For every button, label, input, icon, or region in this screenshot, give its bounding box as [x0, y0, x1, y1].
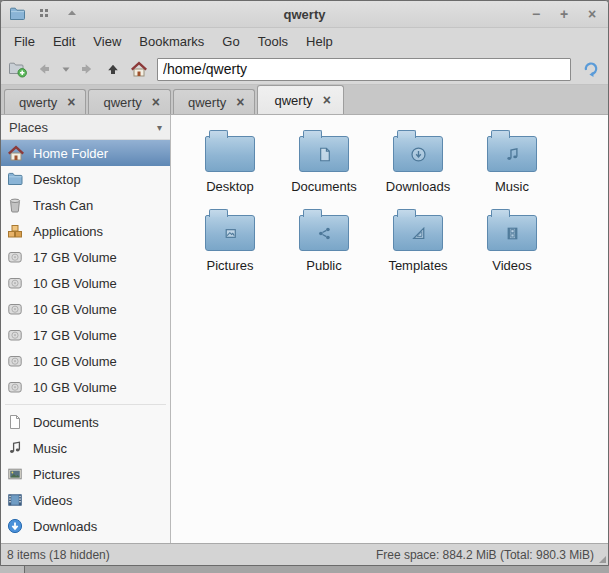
- sidebar-item-label: Pictures: [33, 467, 80, 482]
- music-emblem-icon: [488, 137, 536, 171]
- folder-icon: [205, 136, 255, 172]
- menu-view[interactable]: View: [84, 30, 130, 53]
- forward-button[interactable]: [75, 57, 99, 81]
- maximize-button[interactable]: +: [556, 6, 572, 22]
- file-label: Documents: [291, 179, 357, 194]
- tab-close-icon[interactable]: ×: [323, 94, 331, 106]
- sidebar-item-17-gb-volume[interactable]: 17 GB Volume: [1, 322, 170, 348]
- toolbar: [1, 54, 608, 85]
- home-icon: [7, 145, 25, 162]
- folder-icon: [7, 171, 25, 188]
- sidebar-item-trash-can[interactable]: Trash Can: [1, 192, 170, 218]
- tab-label: qwerty: [188, 95, 226, 110]
- applications-icon: [7, 223, 25, 240]
- taskbar-edge: [0, 566, 609, 573]
- minimize-button[interactable]: −: [528, 6, 544, 22]
- drive-icon: [7, 301, 25, 318]
- sidebar-item-10-gb-volume[interactable]: 10 GB Volume: [1, 270, 170, 296]
- window-folder-icon: [9, 6, 27, 22]
- file-icon-public[interactable]: Public: [277, 206, 371, 285]
- folder-icon: [299, 215, 349, 251]
- sidebar-item-home-folder[interactable]: Home Folder: [1, 140, 170, 166]
- sidebar-item-label: 10 GB Volume: [33, 302, 117, 317]
- music-icon: [7, 440, 25, 457]
- sidebar-item-10-gb-volume[interactable]: 10 GB Volume: [1, 374, 170, 400]
- sidebar-item-10-gb-volume[interactable]: 10 GB Volume: [1, 296, 170, 322]
- places-dropdown-icon[interactable]: ▾: [157, 122, 162, 133]
- tab-4[interactable]: qwerty×: [257, 85, 343, 114]
- places-header[interactable]: Places ▾: [1, 115, 170, 140]
- menu-go[interactable]: Go: [213, 30, 248, 53]
- sidebar-item-pictures[interactable]: Pictures: [1, 461, 170, 487]
- reload-button[interactable]: [579, 57, 603, 81]
- show-desktop-button[interactable]: [0, 566, 25, 573]
- file-label: Videos: [492, 258, 532, 273]
- tab-close-icon[interactable]: ×: [152, 96, 160, 108]
- sidebar-item-documents[interactable]: Documents: [1, 409, 170, 435]
- folder-icon: [205, 215, 255, 251]
- sidebar-item-label: 10 GB Volume: [33, 354, 117, 369]
- window-shade-icon[interactable]: [65, 6, 83, 22]
- sidebar-item-videos[interactable]: Videos: [1, 487, 170, 513]
- sidebar-item-17-gb-volume[interactable]: 17 GB Volume: [1, 244, 170, 270]
- sidebar-separator: [1, 400, 170, 409]
- tab-2[interactable]: qwerty×: [88, 89, 170, 114]
- sidebar-item-label: 10 GB Volume: [33, 380, 117, 395]
- file-label: Desktop: [206, 179, 254, 194]
- file-icon-videos[interactable]: Videos: [465, 206, 559, 285]
- address-input[interactable]: [157, 58, 571, 81]
- file-icon-music[interactable]: Music: [465, 127, 559, 206]
- file-label: Templates: [388, 258, 447, 273]
- tab-close-icon[interactable]: ×: [67, 96, 75, 108]
- drive-icon: [7, 379, 25, 396]
- sidebar-item-label: Music: [33, 441, 67, 456]
- up-button[interactable]: [101, 57, 125, 81]
- file-icon-downloads[interactable]: Downloads: [371, 127, 465, 206]
- tab-close-icon[interactable]: ×: [236, 96, 244, 108]
- sidebar-item-label: Desktop: [33, 172, 81, 187]
- download-emblem-icon: [394, 137, 442, 171]
- drive-icon: [7, 353, 25, 370]
- file-icon-desktop[interactable]: Desktop: [183, 127, 277, 206]
- sidebar-item-applications[interactable]: Applications: [1, 218, 170, 244]
- forward-arrow-icon: [79, 61, 95, 77]
- sidebar-item-desktop[interactable]: Desktop: [1, 166, 170, 192]
- file-icon-templates[interactable]: Templates: [371, 206, 465, 285]
- tab-3[interactable]: qwerty×: [173, 89, 255, 114]
- file-view[interactable]: DesktopDocumentsDownloadsMusicPicturesPu…: [171, 115, 608, 543]
- file-icon-pictures[interactable]: Pictures: [183, 206, 277, 285]
- sidebar-item-label: 17 GB Volume: [33, 250, 117, 265]
- folder-icon: [393, 215, 443, 251]
- tab-label: qwerty: [103, 95, 141, 110]
- sidebar-item-label: 17 GB Volume: [33, 328, 117, 343]
- sidebar-item-music[interactable]: Music: [1, 435, 170, 461]
- titlebar[interactable]: qwerty − + ×: [1, 1, 608, 28]
- places-sidebar: Places ▾ Home FolderDesktopTrash CanAppl…: [1, 115, 171, 543]
- file-icon-documents[interactable]: Documents: [277, 127, 371, 206]
- places-header-label: Places: [9, 120, 48, 135]
- history-dropdown-button[interactable]: [58, 57, 73, 81]
- trash-icon: [7, 197, 25, 214]
- menu-help[interactable]: Help: [297, 30, 342, 53]
- status-free-space: Free space: 884.2 MiB (Total: 980.3 MiB): [376, 548, 594, 562]
- places-list: Home FolderDesktopTrash CanApplications1…: [1, 140, 170, 539]
- resize-grip-icon[interactable]: [599, 556, 606, 563]
- file-label: Pictures: [207, 258, 254, 273]
- window-menu-dots-icon[interactable]: [37, 6, 55, 22]
- back-button[interactable]: [32, 57, 56, 81]
- picture-icon: [7, 466, 25, 483]
- menu-file[interactable]: File: [5, 30, 44, 53]
- chevron-down-icon: [60, 63, 72, 75]
- close-button[interactable]: ×: [584, 6, 600, 22]
- drive-icon: [7, 327, 25, 344]
- tab-label: qwerty: [274, 93, 312, 108]
- menu-tools[interactable]: Tools: [249, 30, 297, 53]
- new-tab-button[interactable]: [6, 57, 30, 81]
- menu-edit[interactable]: Edit: [44, 30, 84, 53]
- menu-bookmarks[interactable]: Bookmarks: [130, 30, 213, 53]
- tab-1[interactable]: qwerty×: [4, 89, 86, 114]
- home-button[interactable]: [127, 57, 151, 81]
- sidebar-item-downloads[interactable]: Downloads: [1, 513, 170, 539]
- sidebar-item-10-gb-volume[interactable]: 10 GB Volume: [1, 348, 170, 374]
- drive-icon: [7, 249, 25, 266]
